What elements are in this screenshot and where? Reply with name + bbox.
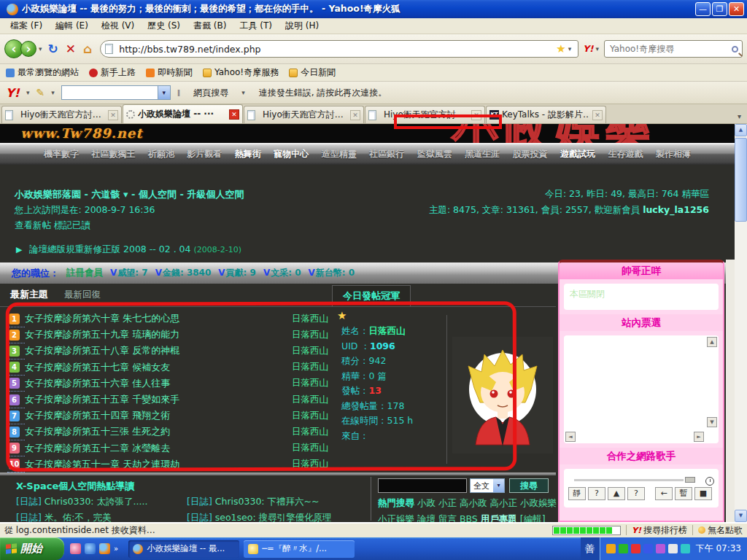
menu-tools[interactable]: 工具 (T) — [233, 18, 278, 34]
nav-item[interactable]: 社區銀行 — [369, 148, 404, 160]
tab-new-topics[interactable]: 最新主題 — [10, 288, 48, 301]
start-button[interactable]: 開始 — [0, 537, 64, 560]
home-button[interactable]: ⌂ — [83, 42, 92, 56]
internet-explorer-icon[interactable] — [85, 543, 96, 554]
scrollbar-thumb[interactable] — [735, 138, 747, 222]
firefox-quick-icon[interactable] — [99, 543, 110, 554]
forward-button[interactable]: › — [20, 41, 36, 57]
bookmark-most-visited[interactable]: 最常瀏覽的網站 — [6, 66, 79, 79]
quick-launch-overflow-icon[interactable]: » — [114, 545, 118, 553]
scrollbar-up-icon[interactable]: ▲ — [735, 124, 747, 136]
player-pause-button[interactable]: 暫 — [675, 487, 692, 500]
view-new-posts-link[interactable]: 查看新帖 標記已讀 — [15, 219, 90, 232]
blog-entry-link[interactable]: [日誌] Chris0330: 太誇張了..... — [16, 496, 147, 508]
tab-close-icon[interactable]: ✕ — [350, 110, 360, 120]
forum-search-button[interactable]: 搜尋 — [509, 478, 549, 493]
nav-item[interactable]: 機率數字 — [44, 148, 79, 160]
menu-edit[interactable]: 編輯 (E) — [50, 18, 94, 34]
history-dropdown-icon[interactable]: ▾ — [39, 45, 42, 52]
yahoo-search-combobox[interactable]: ▾ — [61, 85, 171, 100]
menu-history[interactable]: 歷史 (S) — [142, 18, 186, 34]
scrollbar-down-icon[interactable]: ▼ — [735, 510, 747, 522]
edit-link[interactable]: [編輯] — [520, 513, 546, 522]
nav-item[interactable]: 熱舞街 — [235, 148, 261, 160]
nav-item[interactable]: 寵物中心 — [274, 148, 309, 160]
tray-icon[interactable] — [681, 544, 690, 553]
search-engine-dropdown-icon[interactable]: ▾ — [595, 45, 599, 52]
web-search-button[interactable]: 網頁搜尋 — [187, 85, 235, 101]
scroll-right-icon[interactable]: ► — [694, 432, 704, 442]
tab-hiyo-1[interactable]: Hiyo衝天跑官方討… ✕ — [1, 106, 122, 123]
pencil-icon[interactable]: ✎ — [36, 87, 44, 98]
hot-search-line1[interactable]: 熱門搜尋 小政 小正 高小政 高小正 小政娛樂 — [378, 497, 557, 510]
menu-help[interactable]: 說明 (H) — [279, 18, 325, 34]
tray-icon[interactable] — [643, 544, 653, 553]
blog-entry-link[interactable]: [日誌] 米。佑:不，完美 — [16, 512, 111, 522]
web-search-dropdown-icon[interactable]: ▾ — [241, 89, 245, 96]
scroll-up-icon[interactable]: ▲ — [707, 337, 717, 347]
announcement-link[interactable]: 論壇總版規重新修正版 2008 -- 02 . 04 (2008-2-10) — [29, 244, 241, 256]
select-dropdown-icon[interactable]: ▾ — [493, 479, 504, 492]
url-dropdown-icon[interactable]: ▾ — [568, 45, 572, 52]
blog-entry-link[interactable]: [日誌] Chris0330: 下禮拜六~~ — [187, 496, 319, 508]
tab-overflow-icon[interactable]: ▾ — [738, 112, 746, 123]
scroll-down-icon[interactable]: ▼ — [707, 417, 717, 427]
tray-icon[interactable] — [668, 544, 678, 553]
minimize-button[interactable]: — — [695, 2, 711, 16]
nav-item[interactable]: 遊戲試玩 — [560, 148, 595, 160]
nav-item[interactable]: 監獄風雲 — [417, 148, 452, 160]
hot-search-line2[interactable]: 小正娛樂 論壇 留言 BBS 用戶專題 [編輯] — [378, 513, 546, 522]
nav-item[interactable]: 製作相簿 — [656, 148, 691, 160]
quick-launch-icon[interactable] — [70, 543, 81, 554]
stop-button[interactable]: ✕ — [66, 42, 76, 56]
nav-item[interactable]: 社區數獨王 — [91, 148, 135, 160]
tray-icon[interactable] — [619, 544, 628, 553]
reload-button[interactable]: ↻ — [48, 42, 58, 56]
tray-icon[interactable] — [606, 544, 616, 553]
new-member-link[interactable]: lucky_la1256 — [643, 204, 709, 215]
search-icon[interactable] — [732, 46, 738, 52]
language-indicator[interactable]: 善 — [581, 537, 600, 560]
search-scope-select[interactable]: 全文▾ — [470, 478, 505, 493]
tab-hiyo-2[interactable]: Hiyo衝天跑官方討… ✕ — [244, 106, 364, 123]
nav-item[interactable]: 影片觀看 — [187, 148, 222, 160]
nav-item[interactable]: 祈願池 — [148, 148, 174, 160]
menu-bookmarks[interactable]: 書籤 (B) — [187, 18, 232, 34]
nav-item[interactable]: 股票投資 — [513, 148, 548, 160]
close-button[interactable]: ✕ — [729, 2, 744, 16]
taskbar-task-messenger[interactable]: ─=『醉〃水』/... — [244, 540, 355, 558]
tray-icon[interactable] — [631, 544, 640, 553]
yahoo-toolbar-logo[interactable]: Y! — [6, 86, 20, 100]
menu-view[interactable]: 檢視 (V) — [96, 18, 140, 34]
tab-close-icon[interactable]: ✕ — [592, 110, 603, 120]
maximize-button[interactable]: ❐ — [712, 2, 727, 16]
nav-item[interactable]: 黑道生涯 — [465, 148, 500, 160]
search-input[interactable] — [608, 43, 732, 55]
player-back-button[interactable]: ← — [655, 487, 673, 500]
menu-file[interactable]: 檔案 (F) — [4, 18, 48, 34]
tab-keytalks[interactable]: KT KeyTalks - 說影解片… ✕ — [486, 106, 606, 123]
yahoo-menu-dropdown-icon[interactable]: ▾ — [26, 89, 30, 96]
breadcrumb[interactable]: 小政娛樂部落園 - 六道骸 ▾ - 個人空間 - 升級個人空間 — [15, 188, 244, 201]
blog-entry-link[interactable]: [日誌] seo1seo: 搜尋引擎優化原理 — [187, 512, 332, 522]
tab-close-icon[interactable]: ✕ — [229, 109, 239, 120]
tab-close-icon[interactable]: ✕ — [108, 110, 118, 120]
player-button[interactable]: ? — [627, 487, 645, 500]
taskbar-task-firefox[interactable]: 小政娛樂論壇 -- 最... — [128, 540, 239, 558]
forum-search-input[interactable] — [378, 478, 467, 493]
url-input[interactable] — [117, 43, 556, 55]
nav-item[interactable]: 造型精靈 — [322, 148, 357, 160]
player-stop-button[interactable]: ■ — [694, 487, 712, 500]
combobox-dropdown-icon[interactable]: ▾ — [158, 86, 170, 99]
player-button[interactable]: ▲ — [608, 487, 625, 500]
bookmark-latest-news[interactable]: 即時新聞 — [146, 66, 193, 79]
pencil-dropdown-icon[interactable]: ▾ — [51, 89, 55, 96]
nav-item[interactable]: 生存遊戲 — [608, 148, 643, 160]
tab-forum-active[interactable]: 小政娛樂論壇 -- ··· ✕ — [123, 104, 243, 123]
search-rank-button[interactable]: Y!搜尋排行榜 — [632, 524, 687, 537]
player-mute-button[interactable]: 靜 — [568, 487, 586, 500]
bookmark-getting-started[interactable]: 新手上路 — [89, 66, 136, 79]
bookmark-today-news[interactable]: 今日新聞 — [289, 66, 336, 79]
song-request-button[interactable]: 無名點歌 — [698, 524, 743, 537]
tray-icon[interactable] — [656, 544, 665, 553]
